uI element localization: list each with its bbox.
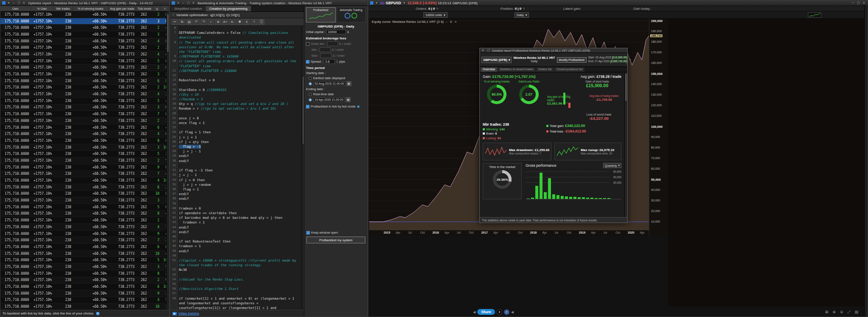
- table-row[interactable]: 175,710.0000+1757.10%238+60.50%738.27732…: [0, 270, 169, 277]
- code-editor[interactable]: 67DEFPARAM CumulateOrders = False // Cum…: [170, 26, 302, 310]
- code-line[interactable]: 14: [170, 83, 302, 87]
- spread-input[interactable]: [324, 59, 335, 64]
- zoom-icon[interactable]: ⊕: [215, 19, 221, 25]
- grid-view-icon[interactable]: ⊞: [825, 310, 829, 314]
- creation-titlebar[interactable]: ▾ ─ ▢ ✕ Backtesting & Automatic Trading …: [170, 0, 367, 6]
- table-row[interactable]: 175,710.0000+1757.10%238+60.50%738.27732…: [0, 18, 169, 25]
- table-row[interactable]: 175,710.0000+1757.10%238+60.50%738.27732…: [0, 11, 169, 18]
- column-header[interactable]: q: [153, 6, 161, 11]
- table-row[interactable]: 175,710.0000+1757.10%238+60.50%738.27732…: [0, 38, 169, 45]
- code-line[interactable]: 49endif: [170, 249, 302, 254]
- table-row[interactable]: 175,710.0000+1757.10%238+60.50%738.27732…: [0, 118, 169, 124]
- code-line[interactable]: 31: [170, 163, 302, 168]
- table-row[interactable]: 175,710.0000+1757.10%238+60.50%738.27732…: [0, 184, 169, 191]
- code-line[interactable]: 39: [170, 201, 302, 206]
- close-icon[interactable]: ✕: [481, 49, 485, 52]
- code-line[interactable]: 17//Random = 3: [170, 97, 302, 102]
- table-row[interactable]: 175,710.0000+1757.10%238+60.50%738.27732…: [0, 257, 169, 264]
- code-line[interactable]: 40tradeon = 0: [170, 206, 302, 211]
- code-line[interactable]: 29endif: [170, 154, 302, 158]
- table-row[interactable]: 175,710.0000+1757.10%238+60.50%738.27732…: [0, 138, 169, 144]
- tab-statistics[interactable]: Statistics of closed trades: [498, 67, 535, 72]
- window-menu-icon[interactable]: ▾: [375, 1, 378, 5]
- column-header[interactable]: Avg gain per trade: [108, 6, 136, 11]
- table-row[interactable]: 175,710.0000+1757.10%238+60.50%738.27732…: [0, 237, 169, 244]
- price-axis[interactable]: 200,000190,000180,000170,000160,000150,0…: [649, 19, 668, 236]
- calendar-icon[interactable]: ▦: [347, 81, 351, 86]
- report-scrollbar[interactable]: [624, 73, 627, 217]
- spread-checkbox[interactable]: ✓: [306, 60, 309, 63]
- table-row[interactable]: 175,710.0000+1757.10%238+60.50%738.27732…: [0, 264, 169, 270]
- table-row[interactable]: 175,710.0000+1757.10%238+60.50%738.27732…: [0, 303, 169, 310]
- probacktest-my-system-button[interactable]: ProBacktest my system: [306, 237, 365, 243]
- hint-icon[interactable]: ✱: [236, 19, 243, 25]
- code-line[interactable]: 22once flag = 1: [170, 121, 302, 125]
- code-line[interactable]: 46: [170, 234, 302, 239]
- code-line[interactable]: 58if (onmarket[1] = 1 and onmarket = 0) …: [170, 296, 302, 310]
- code-line[interactable]: 13RobustnessTest = 0: [170, 78, 302, 83]
- code-line[interactable]: 47if not RobustnessTest then: [170, 239, 302, 244]
- max-fee-input[interactable]: [320, 53, 331, 58]
- tab-simplified-creation[interactable]: Simplified creation: [171, 6, 205, 11]
- optimization-value[interactable]: q[2;10][1], r[1;10][1]: [210, 13, 239, 17]
- table-row[interactable]: 175,710.0000+1757.10%238+60.50%738.27732…: [0, 244, 169, 251]
- table-row[interactable]: 175,710.0000+1757.10%238+60.50%738.27732…: [0, 65, 169, 72]
- video-training-link[interactable]: Video training: [178, 311, 199, 315]
- table-row[interactable]: 175,710.0000+1757.10%238+60.50%738.27732…: [0, 31, 169, 38]
- symbol-chevron-icon[interactable]: ▾: [402, 1, 406, 5]
- order-fee-input[interactable]: [327, 41, 338, 46]
- minimize-icon[interactable]: ─: [851, 1, 855, 5]
- modify-probacktest-button[interactable]: Modify ProBacktest: [557, 57, 587, 63]
- gauge-icon[interactable]: ◔: [629, 58, 631, 62]
- spread-stepper[interactable]: ▲▼: [336, 60, 338, 63]
- time-axis[interactable]: 2015AprJulOct2016AprJulOct2017AprJulOct2…: [369, 231, 649, 236]
- help-icon[interactable]: ?: [251, 19, 257, 25]
- code-line[interactable]: 34if j = 0 then: [170, 178, 302, 182]
- start-date-radio[interactable]: [309, 82, 312, 85]
- table-row[interactable]: 175,710.0000+1757.10%238+60.50%738.27732…: [0, 290, 169, 297]
- code-line[interactable]: 19Random = r //(go to opt variables r b/…: [170, 106, 302, 111]
- tab-closed-positions[interactable]: Closed positions list: [554, 67, 584, 72]
- column-header[interactable]: Gain: [0, 6, 31, 11]
- timeframe-select[interactable]: Daily ▾: [515, 12, 529, 18]
- table-row[interactable]: 175,710.0000+1757.10%238+60.50%738.27732…: [0, 224, 169, 231]
- report-titlebar[interactable]: ✕ ▢ Detailed report ProBacktest Nineless…: [480, 48, 627, 53]
- code-line[interactable]: 43 tradeon = 1: [170, 220, 302, 225]
- chart-titlebar[interactable]: ▾ GBPUSD ▾ 12,549.3 (-0.03%) 15:23:13 GB…: [368, 0, 868, 6]
- table-row[interactable]: 175,710.0000+1757.10%238+60.50%738.27732…: [0, 144, 169, 151]
- scrollbar-thumb[interactable]: [625, 74, 627, 101]
- close-icon[interactable]: ✕: [454, 20, 457, 24]
- font-increase-icon[interactable]: A+: [222, 19, 228, 25]
- code-line[interactable]: 24if flag = 1 then: [170, 130, 302, 135]
- copy-icon[interactable]: ⧉: [179, 19, 185, 25]
- column-header[interactable]: Tick mode: [136, 6, 153, 11]
- redo-icon[interactable]: ↷: [200, 19, 207, 25]
- table-row[interactable]: 175,710.0000+1757.10%238+60.50%738.27732…: [0, 211, 169, 218]
- code-line[interactable]: 56//Heuristics Algorithm 1 Start: [170, 287, 302, 291]
- code-line[interactable]: 33j = j - 1: [170, 173, 302, 177]
- initial-capital-input[interactable]: [326, 30, 346, 34]
- table-row[interactable]: 175,710.0000+1757.10%238+60.50%738.27732…: [0, 85, 169, 91]
- table-row[interactable]: 175,710.0000+1757.10%238+60.50%738.27732…: [0, 231, 169, 237]
- maximize-icon[interactable]: ▢: [487, 49, 490, 52]
- keep-window-checkbox[interactable]: ✓: [306, 231, 310, 234]
- fullscreen-icon[interactable]: ⤢: [847, 310, 850, 314]
- drag-handle-icon[interactable]: ⠿: [172, 13, 175, 17]
- code-line[interactable]: 11//DEFPARAM FLATAFTER = 210000: [170, 69, 302, 73]
- table-row[interactable]: 175,710.0000+1757.10%238+60.50%738.27732…: [0, 51, 169, 58]
- code-line[interactable]: 38endif: [170, 196, 302, 201]
- undo-icon[interactable]: ↶: [193, 19, 200, 25]
- maximize-icon[interactable]: ▢: [857, 1, 860, 5]
- end-date-value[interactable]: 19-Apr-2020 21:00:00: [313, 97, 345, 102]
- maximize-icon[interactable]: ▢: [17, 1, 21, 5]
- optimize-report-titlebar[interactable]: ▾ ─ ▢ ✕ Optimize report - Nineless Renko…: [0, 0, 169, 6]
- table-row[interactable]: 175,710.0000+1757.10%238+60.50%738.27732…: [0, 217, 169, 224]
- tab-orders-list[interactable]: Orders list: [536, 67, 554, 72]
- table-row[interactable]: 175,710.0000+1757.10%238+60.50%738.27732…: [0, 71, 169, 78]
- tab-overview[interactable]: Overview: [481, 67, 497, 72]
- table-row[interactable]: 175,710.0000+1757.10%238+60.50%738.27732…: [0, 25, 169, 31]
- code-line[interactable]: 27 flag = -1: [170, 144, 302, 149]
- code-line[interactable]: 18Qty = q //(go to opt variables and set…: [170, 102, 302, 106]
- tab-probacktest[interactable]: ProBacktest: [306, 7, 336, 22]
- search-icon[interactable]: ⌕: [446, 20, 448, 24]
